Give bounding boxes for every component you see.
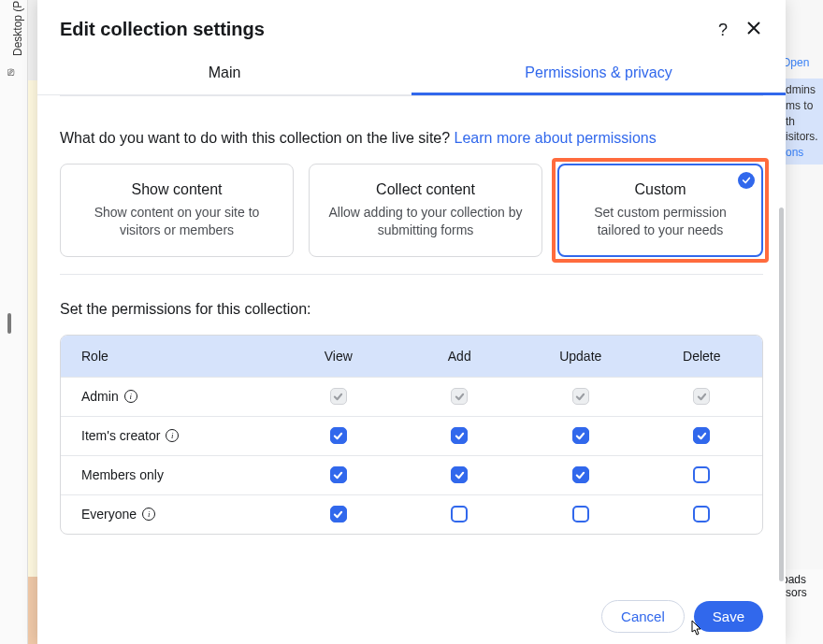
- desktop-icon: ⎚: [7, 65, 14, 79]
- modal-tabs: Main Permissions & privacy: [37, 51, 786, 95]
- info-icon[interactable]: i: [124, 390, 137, 403]
- cancel-button[interactable]: Cancel: [601, 600, 685, 633]
- cell-view: [278, 506, 399, 522]
- role-label: Admin: [81, 389, 119, 404]
- modal-header: Edit collection settings ?: [37, 0, 786, 51]
- cell-view: [278, 466, 399, 483]
- divider: [60, 274, 763, 275]
- permissions-prompt: What do you want to do with this collect…: [60, 130, 763, 147]
- permission-preset-cards: Show content Show content on your site t…: [60, 164, 763, 257]
- close-button[interactable]: [744, 19, 763, 40]
- table-row: Item's creatori: [61, 416, 762, 455]
- background-stripe-orange: [28, 577, 37, 644]
- card-custom[interactable]: Custom Set custom permission tailored to…: [557, 164, 763, 257]
- cell-delete: [642, 466, 763, 483]
- save-button[interactable]: Save: [694, 601, 763, 632]
- close-icon: [746, 21, 761, 36]
- checkbox-delete[interactable]: [693, 427, 710, 444]
- checkbox-update[interactable]: [572, 466, 589, 483]
- checkbox-add-locked: [451, 388, 468, 405]
- cell-update: [520, 506, 642, 522]
- col-header-update: Update: [520, 349, 642, 364]
- role-label: Item's creator: [81, 428, 160, 443]
- col-header-view: View: [278, 349, 399, 364]
- divider: [60, 95, 763, 96]
- table-row: Admini: [61, 377, 762, 416]
- checkbox-update[interactable]: [572, 427, 589, 444]
- viewport-tab-label: Desktop (Prima: [11, 0, 24, 56]
- checkbox-update-locked: [572, 388, 589, 405]
- permissions-table: Role View Add Update Delete AdminiItem's…: [60, 335, 763, 535]
- permissions-table-label: Set the permissions for this collection:: [60, 301, 763, 318]
- modal-title: Edit collection settings: [60, 19, 265, 40]
- cell-add: [399, 506, 521, 522]
- cell-delete: [642, 388, 763, 405]
- modal-header-actions: ?: [716, 19, 763, 40]
- card-title: Custom: [571, 181, 749, 198]
- cell-update: [520, 466, 642, 483]
- tab-permissions[interactable]: Permissions & privacy: [412, 51, 786, 94]
- checkbox-add[interactable]: [451, 466, 468, 483]
- table-row: Everyonei: [61, 494, 762, 534]
- cell-add: [399, 466, 521, 483]
- selected-check-badge: [738, 172, 755, 189]
- card-title: Show content: [74, 181, 280, 198]
- modal-footer: Cancel Save: [37, 585, 786, 644]
- help-button[interactable]: ?: [716, 20, 729, 40]
- cell-add: [399, 388, 521, 405]
- checkbox-delete[interactable]: [693, 466, 710, 483]
- col-header-add: Add: [399, 349, 521, 364]
- help-icon: ?: [718, 21, 728, 39]
- cell-view: [278, 427, 399, 444]
- background-scrollbar: [7, 313, 11, 334]
- modal-body: What do you want to do with this collect…: [37, 95, 786, 585]
- role-label: Everyone: [81, 507, 137, 522]
- info-icon[interactable]: i: [166, 429, 179, 442]
- open-link-fragment: Open: [782, 56, 809, 69]
- modal-scrollbar[interactable]: [779, 208, 784, 581]
- cell-view: [278, 388, 399, 405]
- cell-update: [520, 388, 642, 405]
- edit-collection-settings-modal: Edit collection settings ? Main Permissi…: [37, 0, 786, 644]
- col-header-role: Role: [81, 349, 278, 364]
- card-description: Allow adding to your collection by submi…: [323, 204, 528, 239]
- card-description: Set custom permission tailored to your n…: [571, 204, 749, 239]
- info-icon[interactable]: i: [142, 508, 155, 521]
- card-description: Show content on your site to visitors or…: [74, 204, 280, 239]
- role-cell: Item's creatori: [81, 428, 278, 443]
- role-label: Members only: [81, 467, 164, 482]
- checkbox-view[interactable]: [330, 506, 347, 522]
- card-collect-content[interactable]: Collect content Allow adding to your col…: [309, 164, 542, 257]
- col-header-delete: Delete: [642, 349, 763, 364]
- tab-main[interactable]: Main: [37, 51, 412, 94]
- role-cell: Admini: [81, 389, 278, 404]
- cell-delete: [642, 506, 763, 522]
- card-show-content[interactable]: Show content Show content on your site t…: [60, 164, 294, 257]
- checkbox-view[interactable]: [330, 427, 347, 444]
- checkbox-add[interactable]: [451, 427, 468, 444]
- checkbox-delete-locked: [693, 388, 710, 405]
- checkbox-view[interactable]: [330, 466, 347, 483]
- card-title: Collect content: [323, 181, 528, 198]
- role-cell: Members only: [81, 467, 278, 482]
- card-custom-highlight: Custom Set custom permission tailored to…: [557, 164, 763, 257]
- background-left-rail: Desktop (Prima ⎚: [0, 0, 28, 644]
- checkmark-icon: [742, 176, 751, 185]
- cell-add: [399, 427, 521, 444]
- background-stripe-yellow: [28, 80, 37, 577]
- cell-update: [520, 427, 642, 444]
- table-row: Members only: [61, 455, 762, 494]
- table-header-row: Role View Add Update Delete: [61, 336, 762, 377]
- cell-delete: [642, 427, 763, 444]
- checkbox-delete[interactable]: [693, 506, 710, 522]
- checkbox-update[interactable]: [572, 506, 589, 522]
- learn-more-link[interactable]: Learn more about permissions: [455, 130, 657, 146]
- checkbox-view-locked: [330, 388, 347, 405]
- role-cell: Everyonei: [81, 507, 278, 522]
- checkbox-add[interactable]: [451, 506, 468, 522]
- background-info-fragment: dmins ms to th isitors. ons: [782, 79, 823, 165]
